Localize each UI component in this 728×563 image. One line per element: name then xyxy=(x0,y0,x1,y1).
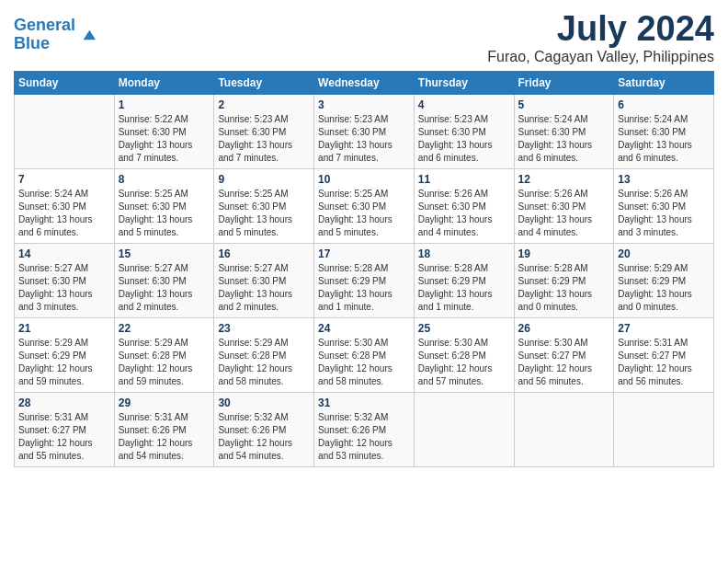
calendar-cell: 25Sunrise: 5:30 AMSunset: 6:28 PMDayligh… xyxy=(414,318,514,393)
calendar-cell: 7Sunrise: 5:24 AMSunset: 6:30 PMDaylight… xyxy=(15,169,115,244)
cell-info: Sunrise: 5:28 AMSunset: 6:29 PMDaylight:… xyxy=(418,262,510,314)
calendar-cell xyxy=(514,393,614,467)
calendar-cell: 2Sunrise: 5:23 AMSunset: 6:30 PMDaylight… xyxy=(214,95,314,169)
day-number: 7 xyxy=(18,173,110,186)
cell-info: Sunrise: 5:29 AMSunset: 6:28 PMDaylight:… xyxy=(218,337,310,388)
cell-info: Sunrise: 5:32 AMSunset: 6:26 PMDaylight:… xyxy=(218,411,310,463)
cell-info: Sunrise: 5:28 AMSunset: 6:29 PMDaylight:… xyxy=(518,262,610,314)
weekday-header-cell: Thursday xyxy=(414,72,514,95)
day-number: 23 xyxy=(218,322,310,335)
day-number: 29 xyxy=(119,396,210,409)
day-number: 8 xyxy=(119,173,210,186)
cell-info: Sunrise: 5:30 AMSunset: 6:28 PMDaylight:… xyxy=(418,337,510,388)
calendar-cell: 5Sunrise: 5:24 AMSunset: 6:30 PMDaylight… xyxy=(514,95,614,169)
day-number: 21 xyxy=(18,322,110,335)
cell-info: Sunrise: 5:24 AMSunset: 6:30 PMDaylight:… xyxy=(518,113,610,165)
calendar-cell: 8Sunrise: 5:25 AMSunset: 6:30 PMDaylight… xyxy=(114,169,214,244)
cell-info: Sunrise: 5:31 AMSunset: 6:26 PMDaylight:… xyxy=(119,411,210,463)
calendar-cell: 9Sunrise: 5:25 AMSunset: 6:30 PMDaylight… xyxy=(214,169,314,244)
calendar-cell: 1Sunrise: 5:22 AMSunset: 6:30 PMDaylight… xyxy=(114,95,214,169)
day-number: 25 xyxy=(418,322,510,335)
cell-info: Sunrise: 5:29 AMSunset: 6:28 PMDaylight:… xyxy=(119,337,210,388)
cell-info: Sunrise: 5:26 AMSunset: 6:30 PMDaylight:… xyxy=(518,188,610,239)
day-number: 26 xyxy=(518,322,610,335)
cell-info: Sunrise: 5:25 AMSunset: 6:30 PMDaylight:… xyxy=(119,188,210,239)
day-number: 27 xyxy=(618,322,710,335)
calendar-body: 1Sunrise: 5:22 AMSunset: 6:30 PMDaylight… xyxy=(15,95,714,467)
cell-info: Sunrise: 5:26 AMSunset: 6:30 PMDaylight:… xyxy=(418,188,510,239)
cell-info: Sunrise: 5:28 AMSunset: 6:29 PMDaylight:… xyxy=(318,262,410,314)
cell-info: Sunrise: 5:31 AMSunset: 6:27 PMDaylight:… xyxy=(18,411,110,463)
calendar-cell: 29Sunrise: 5:31 AMSunset: 6:26 PMDayligh… xyxy=(114,393,214,467)
calendar-cell: 30Sunrise: 5:32 AMSunset: 6:26 PMDayligh… xyxy=(214,393,314,467)
calendar-cell: 17Sunrise: 5:28 AMSunset: 6:29 PMDayligh… xyxy=(314,244,415,318)
weekday-header-cell: Wednesday xyxy=(314,72,415,95)
calendar-cell: 15Sunrise: 5:27 AMSunset: 6:30 PMDayligh… xyxy=(114,244,214,318)
cell-info: Sunrise: 5:31 AMSunset: 6:27 PMDaylight:… xyxy=(618,337,710,388)
day-number: 13 xyxy=(618,173,710,186)
day-number: 19 xyxy=(518,247,610,260)
day-number: 6 xyxy=(618,98,710,111)
weekday-header-cell: Sunday xyxy=(15,72,115,95)
logo: General Blue xyxy=(14,17,96,53)
calendar-row: 7Sunrise: 5:24 AMSunset: 6:30 PMDaylight… xyxy=(15,169,714,244)
title-block: July 2024 Furao, Cagayan Valley, Philipp… xyxy=(487,9,714,65)
calendar-row: 14Sunrise: 5:27 AMSunset: 6:30 PMDayligh… xyxy=(15,244,714,318)
day-number: 12 xyxy=(518,173,610,186)
calendar-cell: 16Sunrise: 5:27 AMSunset: 6:30 PMDayligh… xyxy=(214,244,314,318)
day-number: 20 xyxy=(618,247,710,260)
calendar-cell: 18Sunrise: 5:28 AMSunset: 6:29 PMDayligh… xyxy=(414,244,514,318)
cell-info: Sunrise: 5:30 AMSunset: 6:28 PMDaylight:… xyxy=(318,337,410,388)
day-number: 24 xyxy=(318,322,410,335)
calendar-cell: 3Sunrise: 5:23 AMSunset: 6:30 PMDaylight… xyxy=(314,95,415,169)
cell-info: Sunrise: 5:29 AMSunset: 6:29 PMDaylight:… xyxy=(18,337,110,388)
day-number: 14 xyxy=(18,247,110,260)
weekday-header-row: SundayMondayTuesdayWednesdayThursdayFrid… xyxy=(15,72,714,95)
calendar-cell: 21Sunrise: 5:29 AMSunset: 6:29 PMDayligh… xyxy=(15,318,115,393)
logo-icon xyxy=(77,26,96,44)
weekday-header-cell: Saturday xyxy=(614,72,714,95)
calendar-cell: 23Sunrise: 5:29 AMSunset: 6:28 PMDayligh… xyxy=(214,318,314,393)
cell-info: Sunrise: 5:24 AMSunset: 6:30 PMDaylight:… xyxy=(18,188,110,239)
weekday-header-cell: Tuesday xyxy=(214,72,314,95)
cell-info: Sunrise: 5:27 AMSunset: 6:30 PMDaylight:… xyxy=(218,262,310,314)
calendar-row: 1Sunrise: 5:22 AMSunset: 6:30 PMDaylight… xyxy=(15,95,714,169)
page-header: General Blue July 2024 Furao, Cagayan Va… xyxy=(14,9,714,65)
cell-info: Sunrise: 5:25 AMSunset: 6:30 PMDaylight:… xyxy=(218,188,310,239)
day-number: 2 xyxy=(218,98,310,111)
cell-info: Sunrise: 5:30 AMSunset: 6:27 PMDaylight:… xyxy=(518,337,610,388)
day-number: 16 xyxy=(218,247,310,260)
weekday-header-cell: Friday xyxy=(514,72,614,95)
cell-info: Sunrise: 5:23 AMSunset: 6:30 PMDaylight:… xyxy=(318,113,410,165)
calendar-cell: 10Sunrise: 5:25 AMSunset: 6:30 PMDayligh… xyxy=(314,169,415,244)
cell-info: Sunrise: 5:32 AMSunset: 6:26 PMDaylight:… xyxy=(318,411,410,463)
cell-info: Sunrise: 5:25 AMSunset: 6:30 PMDaylight:… xyxy=(318,188,410,239)
day-number: 31 xyxy=(318,396,410,409)
calendar-row: 28Sunrise: 5:31 AMSunset: 6:27 PMDayligh… xyxy=(15,393,714,467)
subtitle: Furao, Cagayan Valley, Philippines xyxy=(487,49,714,65)
calendar-cell xyxy=(414,393,514,467)
day-number: 1 xyxy=(119,98,210,111)
calendar-cell: 26Sunrise: 5:30 AMSunset: 6:27 PMDayligh… xyxy=(514,318,614,393)
day-number: 4 xyxy=(418,98,510,111)
day-number: 3 xyxy=(318,98,410,111)
day-number: 15 xyxy=(119,247,210,260)
day-number: 28 xyxy=(18,396,110,409)
calendar-cell: 27Sunrise: 5:31 AMSunset: 6:27 PMDayligh… xyxy=(614,318,714,393)
cell-info: Sunrise: 5:22 AMSunset: 6:30 PMDaylight:… xyxy=(119,113,210,165)
cell-info: Sunrise: 5:29 AMSunset: 6:29 PMDaylight:… xyxy=(618,262,710,314)
calendar-cell: 14Sunrise: 5:27 AMSunset: 6:30 PMDayligh… xyxy=(15,244,115,318)
calendar-row: 21Sunrise: 5:29 AMSunset: 6:29 PMDayligh… xyxy=(15,318,714,393)
day-number: 5 xyxy=(518,98,610,111)
cell-info: Sunrise: 5:23 AMSunset: 6:30 PMDaylight:… xyxy=(218,113,310,165)
day-number: 9 xyxy=(218,173,310,186)
svg-marker-0 xyxy=(84,29,96,40)
calendar-cell: 13Sunrise: 5:26 AMSunset: 6:30 PMDayligh… xyxy=(614,169,714,244)
calendar-cell: 31Sunrise: 5:32 AMSunset: 6:26 PMDayligh… xyxy=(314,393,415,467)
cell-info: Sunrise: 5:24 AMSunset: 6:30 PMDaylight:… xyxy=(618,113,710,165)
calendar-cell: 20Sunrise: 5:29 AMSunset: 6:29 PMDayligh… xyxy=(614,244,714,318)
day-number: 18 xyxy=(418,247,510,260)
logo-text: General Blue xyxy=(14,17,75,53)
calendar-cell: 11Sunrise: 5:26 AMSunset: 6:30 PMDayligh… xyxy=(414,169,514,244)
day-number: 22 xyxy=(119,322,210,335)
